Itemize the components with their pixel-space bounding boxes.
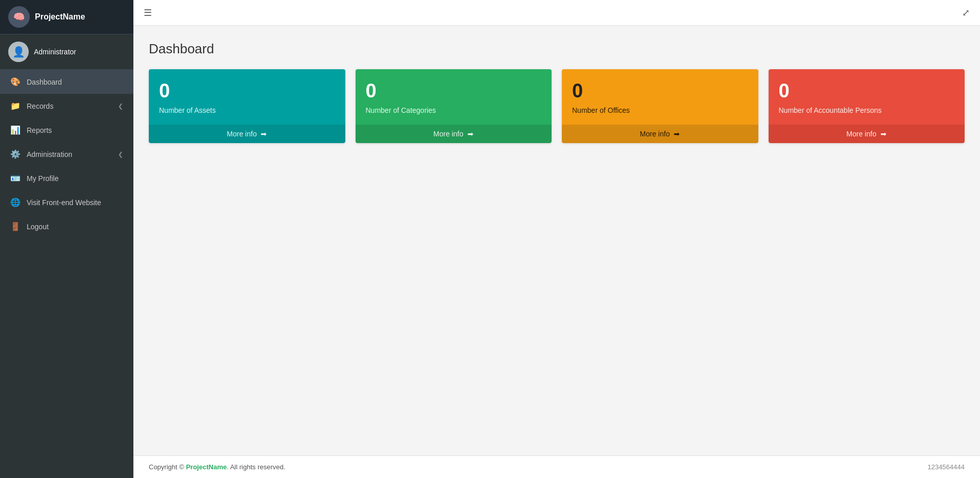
card-assets: 0 Number of Assets More info ➡ bbox=[149, 69, 345, 143]
sidebar-item-logout[interactable]: 🚪 Logout bbox=[0, 214, 133, 238]
sidebar-item-reports[interactable]: 📊 Reports bbox=[0, 118, 133, 142]
card-accountable-persons: 0 Number of Accountable Persons More inf… bbox=[769, 69, 965, 143]
records-icon: 📁 bbox=[10, 101, 21, 111]
assets-label: Number of Assets bbox=[159, 106, 335, 114]
profile-icon: 🪪 bbox=[10, 173, 21, 183]
chevron-icon: ❮ bbox=[118, 103, 123, 110]
more-info-label: More info bbox=[640, 130, 670, 138]
sidebar-item-label: Visit Front-end Website bbox=[27, 198, 101, 207]
arrow-icon: ➡ bbox=[261, 130, 267, 138]
user-name: Administrator bbox=[34, 48, 76, 56]
sidebar-item-my-profile[interactable]: 🪪 My Profile bbox=[0, 166, 133, 190]
categories-more-info[interactable]: More info ➡ bbox=[356, 125, 552, 143]
arrow-icon: ➡ bbox=[880, 130, 887, 138]
user-profile-area: 👤 Administrator bbox=[0, 34, 133, 70]
accountable-persons-label: Number of Accountable Persons bbox=[779, 106, 955, 114]
reports-icon: 📊 bbox=[10, 125, 21, 135]
hamburger-icon[interactable]: ☰ bbox=[144, 7, 152, 18]
accountable-persons-more-info[interactable]: More info ➡ bbox=[769, 125, 965, 143]
logout-icon: 🚪 bbox=[10, 222, 21, 231]
avatar-icon: 👤 bbox=[12, 46, 25, 58]
main-content-area: ☰ ⤢ Dashboard 0 Number of Assets More in… bbox=[133, 0, 980, 478]
offices-count: 0 bbox=[572, 79, 748, 103]
more-info-label: More info bbox=[227, 130, 257, 138]
sidebar-item-label: Logout bbox=[27, 223, 49, 231]
more-info-label: More info bbox=[434, 130, 463, 138]
arrow-icon: ➡ bbox=[467, 130, 474, 138]
dashboard-icon: 🎨 bbox=[10, 77, 21, 87]
sidebar: 🧠 ProjectName 👤 Administrator 🎨 Dashboar… bbox=[0, 0, 133, 478]
app-logo: 🧠 bbox=[8, 6, 30, 28]
categories-count: 0 bbox=[366, 79, 542, 103]
footer-rights: . All rights reserved. bbox=[227, 463, 285, 471]
fullscreen-icon[interactable]: ⤢ bbox=[962, 7, 970, 18]
sidebar-item-dashboard[interactable]: 🎨 Dashboard bbox=[0, 70, 133, 94]
accountable-persons-count: 0 bbox=[779, 79, 955, 103]
arrow-icon: ➡ bbox=[674, 130, 680, 138]
sidebar-nav: 🎨 Dashboard 📁 Records ❮ 📊 Reports ⚙️ Adm… bbox=[0, 70, 133, 238]
sidebar-item-label: Records bbox=[27, 102, 53, 110]
footer-brand: ProjectName bbox=[186, 463, 226, 471]
sidebar-item-label: Dashboard bbox=[27, 78, 62, 86]
sidebar-item-label: Reports bbox=[27, 126, 52, 134]
sidebar-item-label: Administration bbox=[27, 150, 72, 158]
administration-icon: ⚙️ bbox=[10, 149, 21, 159]
sidebar-item-label: My Profile bbox=[27, 174, 58, 183]
more-info-label: More info bbox=[847, 130, 876, 138]
chevron-icon: ❮ bbox=[118, 151, 123, 158]
categories-label: Number of Categories bbox=[366, 106, 542, 114]
sidebar-header: 🧠 ProjectName bbox=[0, 0, 133, 34]
sidebar-item-records[interactable]: 📁 Records ❮ bbox=[0, 94, 133, 118]
card-categories: 0 Number of Categories More info ➡ bbox=[356, 69, 552, 143]
app-title: ProjectName bbox=[35, 12, 85, 22]
footer-copy-text: Copyright © bbox=[149, 463, 186, 471]
page-content: Dashboard 0 Number of Assets More info ➡… bbox=[133, 26, 980, 455]
card-offices: 0 Number of Offices More info ➡ bbox=[562, 69, 758, 143]
footer-copyright: Copyright © ProjectName. All rights rese… bbox=[149, 463, 285, 471]
topbar: ☰ ⤢ bbox=[133, 0, 980, 26]
dashboard-cards: 0 Number of Assets More info ➡ 0 Number … bbox=[149, 69, 965, 143]
footer-version: 1234564444 bbox=[928, 463, 965, 471]
sidebar-item-administration[interactable]: ⚙️ Administration ❮ bbox=[0, 142, 133, 166]
globe-icon: 🌐 bbox=[10, 197, 21, 207]
offices-more-info[interactable]: More info ➡ bbox=[562, 125, 758, 143]
assets-more-info[interactable]: More info ➡ bbox=[149, 125, 345, 143]
footer: Copyright © ProjectName. All rights rese… bbox=[133, 455, 980, 478]
assets-count: 0 bbox=[159, 79, 335, 103]
offices-label: Number of Offices bbox=[572, 106, 748, 114]
page-title: Dashboard bbox=[149, 41, 965, 57]
sidebar-item-visit-frontend[interactable]: 🌐 Visit Front-end Website bbox=[0, 190, 133, 214]
logo-icon: 🧠 bbox=[13, 11, 25, 23]
avatar: 👤 bbox=[8, 42, 29, 62]
